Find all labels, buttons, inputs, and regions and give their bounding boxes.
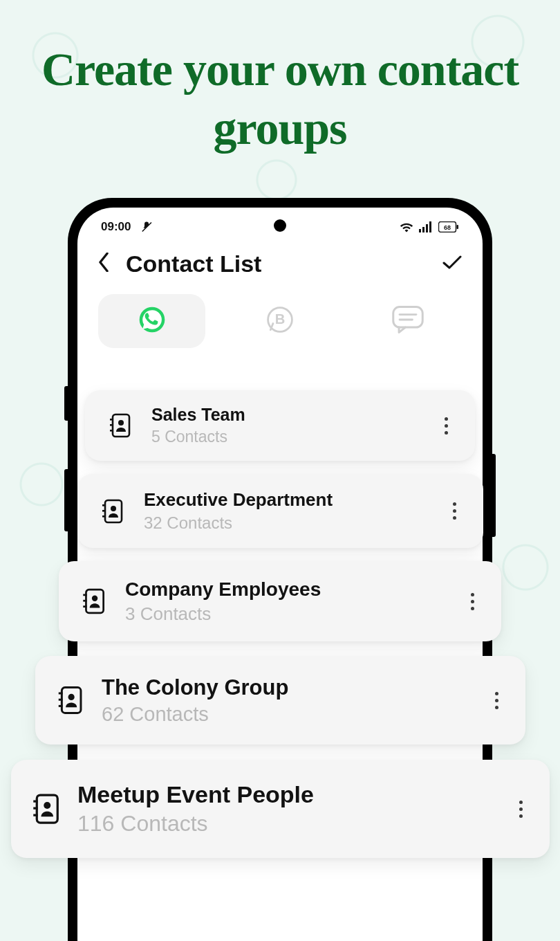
svg-rect-3 [429, 221, 431, 232]
svg-rect-0 [419, 229, 421, 232]
group-card[interactable]: Meetup Event People 116 Contacts [11, 760, 550, 858]
svg-rect-19 [102, 504, 106, 506]
svg-rect-1 [422, 227, 424, 232]
group-card[interactable]: Company Employees 3 Contacts [59, 561, 501, 641]
svg-rect-30 [59, 699, 63, 701]
channel-tabs: B [77, 284, 483, 365]
more-icon [511, 801, 530, 818]
contacts-book-icon [104, 413, 136, 438]
wifi-icon [400, 221, 413, 232]
app-header: Contact List [77, 241, 483, 284]
whatsapp-business-icon: B [265, 304, 295, 338]
group-more-button[interactable] [487, 692, 506, 709]
more-icon [487, 692, 506, 709]
svg-text:B: B [275, 311, 286, 327]
svg-rect-14 [110, 419, 113, 421]
group-card[interactable]: Executive Department 32 Contacts [77, 474, 483, 548]
more-icon [463, 593, 482, 610]
svg-point-17 [118, 420, 124, 426]
svg-point-37 [44, 802, 50, 809]
svg-rect-35 [33, 807, 37, 810]
svg-rect-24 [83, 594, 86, 596]
svg-rect-20 [102, 510, 106, 512]
svg-point-32 [68, 694, 75, 700]
group-card-text: The Colony Group 62 Contacts [86, 675, 487, 726]
tab-whatsapp[interactable] [98, 294, 205, 348]
group-more-button[interactable] [511, 801, 530, 818]
front-camera [274, 219, 286, 232]
group-card-text: Sales Team 5 Contacts [136, 405, 436, 446]
svg-rect-28 [62, 688, 81, 713]
phone-power-button [492, 454, 496, 537]
svg-rect-16 [110, 430, 113, 432]
group-card-text: Executive Department 32 Contacts [129, 489, 445, 533]
more-icon [436, 417, 456, 435]
group-name: Executive Department [144, 489, 445, 511]
svg-point-22 [111, 506, 116, 511]
group-more-button[interactable] [463, 593, 482, 610]
svg-point-27 [92, 596, 97, 601]
tab-sms[interactable] [355, 294, 462, 348]
svg-rect-29 [59, 693, 63, 695]
group-name: Company Employees [125, 578, 463, 601]
group-count: 116 Contacts [77, 811, 511, 837]
mute-icon [140, 221, 153, 233]
svg-rect-10 [393, 307, 422, 328]
phone-volume-down [64, 469, 68, 531]
group-name: The Colony Group [102, 675, 487, 700]
svg-rect-5 [457, 225, 459, 229]
confirm-button[interactable] [442, 253, 462, 275]
group-count: 32 Contacts [144, 513, 445, 533]
group-card[interactable]: Sales Team 5 Contacts [85, 390, 475, 461]
svg-text:68: 68 [444, 224, 451, 231]
chat-icon [391, 304, 424, 338]
group-card[interactable]: The Colony Group 62 Contacts [35, 656, 525, 744]
group-count: 3 Contacts [125, 603, 463, 625]
svg-rect-25 [83, 600, 86, 602]
group-more-button[interactable] [436, 417, 456, 435]
svg-rect-15 [110, 424, 113, 426]
whatsapp-icon [137, 304, 167, 338]
battery-icon: 68 [438, 221, 459, 232]
svg-rect-26 [83, 605, 86, 607]
svg-rect-31 [59, 705, 63, 707]
more-icon [445, 502, 464, 520]
svg-rect-34 [33, 801, 37, 803]
contacts-book-icon [78, 589, 110, 614]
page-headline: Create your own contact groups [0, 40, 560, 158]
signal-icon [419, 221, 433, 232]
group-name: Sales Team [151, 405, 436, 425]
group-name: Meetup Event People [77, 781, 511, 808]
group-card-text: Company Employees 3 Contacts [110, 578, 463, 625]
contacts-book-icon [55, 688, 86, 713]
svg-rect-2 [426, 224, 428, 232]
group-card-text: Meetup Event People 116 Contacts [62, 781, 511, 837]
phone-volume-up [64, 386, 68, 421]
tab-business[interactable]: B [226, 294, 333, 348]
status-time: 09:00 [101, 220, 131, 234]
contacts-book-icon [30, 796, 62, 821]
svg-rect-36 [33, 814, 37, 816]
contacts-book-icon [97, 499, 129, 524]
app-title: Contact List [126, 250, 426, 277]
svg-rect-21 [102, 515, 106, 518]
group-count: 5 Contacts [151, 428, 436, 446]
group-more-button[interactable] [445, 502, 464, 520]
back-button[interactable] [98, 253, 109, 275]
group-count: 62 Contacts [102, 703, 487, 726]
